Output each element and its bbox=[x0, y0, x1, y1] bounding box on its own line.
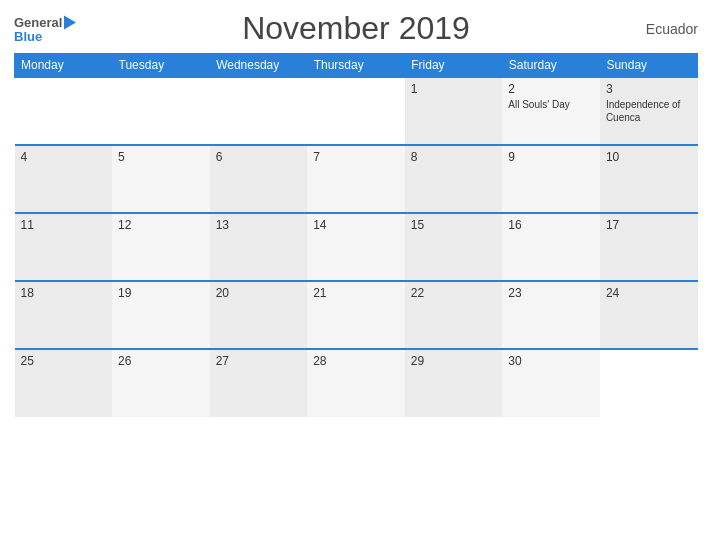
calendar-cell bbox=[600, 349, 698, 417]
calendar-cell: 26 bbox=[112, 349, 210, 417]
logo-general-text: General bbox=[14, 16, 62, 29]
calendar-cell: 28 bbox=[307, 349, 405, 417]
calendar-cell: 3Independence of Cuenca bbox=[600, 77, 698, 145]
logo-triangle-icon bbox=[64, 15, 76, 29]
calendar-cell: 21 bbox=[307, 281, 405, 349]
calendar-cell bbox=[112, 77, 210, 145]
calendar-cell: 22 bbox=[405, 281, 503, 349]
col-thursday: Thursday bbox=[307, 54, 405, 78]
calendar-cell: 13 bbox=[210, 213, 308, 281]
calendar-cell bbox=[307, 77, 405, 145]
day-number: 7 bbox=[313, 150, 399, 164]
calendar-week-row: 18192021222324 bbox=[15, 281, 698, 349]
event-label: Independence of Cuenca bbox=[606, 98, 692, 124]
calendar-cell: 19 bbox=[112, 281, 210, 349]
calendar-cell: 6 bbox=[210, 145, 308, 213]
day-number: 28 bbox=[313, 354, 399, 368]
day-number: 6 bbox=[216, 150, 302, 164]
col-sunday: Sunday bbox=[600, 54, 698, 78]
day-number: 15 bbox=[411, 218, 497, 232]
header: General Blue November 2019 Ecuador bbox=[14, 10, 698, 47]
day-number: 22 bbox=[411, 286, 497, 300]
calendar-cell: 11 bbox=[15, 213, 113, 281]
calendar-cell: 20 bbox=[210, 281, 308, 349]
calendar-cell: 2All Souls' Day bbox=[502, 77, 600, 145]
calendar-cell: 4 bbox=[15, 145, 113, 213]
calendar-cell: 24 bbox=[600, 281, 698, 349]
calendar-week-row: 12All Souls' Day3Independence of Cuenca bbox=[15, 77, 698, 145]
day-number: 4 bbox=[21, 150, 107, 164]
calendar-cell: 25 bbox=[15, 349, 113, 417]
calendar-cell: 29 bbox=[405, 349, 503, 417]
day-number: 11 bbox=[21, 218, 107, 232]
event-label: All Souls' Day bbox=[508, 98, 594, 111]
calendar-table: Monday Tuesday Wednesday Thursday Friday… bbox=[14, 53, 698, 417]
day-number: 24 bbox=[606, 286, 692, 300]
calendar-cell: 16 bbox=[502, 213, 600, 281]
calendar-cell: 8 bbox=[405, 145, 503, 213]
col-tuesday: Tuesday bbox=[112, 54, 210, 78]
col-saturday: Saturday bbox=[502, 54, 600, 78]
day-number: 12 bbox=[118, 218, 204, 232]
logo-blue-text: Blue bbox=[14, 29, 76, 42]
calendar-cell: 15 bbox=[405, 213, 503, 281]
calendar-cell: 14 bbox=[307, 213, 405, 281]
calendar-cell bbox=[210, 77, 308, 145]
calendar-cell: 7 bbox=[307, 145, 405, 213]
day-number: 20 bbox=[216, 286, 302, 300]
calendar-cell: 18 bbox=[15, 281, 113, 349]
calendar-week-row: 11121314151617 bbox=[15, 213, 698, 281]
calendar-week-row: 252627282930 bbox=[15, 349, 698, 417]
day-number: 27 bbox=[216, 354, 302, 368]
day-number: 9 bbox=[508, 150, 594, 164]
day-number: 16 bbox=[508, 218, 594, 232]
col-monday: Monday bbox=[15, 54, 113, 78]
calendar-cell: 12 bbox=[112, 213, 210, 281]
day-number: 23 bbox=[508, 286, 594, 300]
calendar-title: November 2019 bbox=[242, 10, 470, 47]
day-number: 13 bbox=[216, 218, 302, 232]
country-label: Ecuador bbox=[646, 21, 698, 37]
calendar-cell: 9 bbox=[502, 145, 600, 213]
calendar-cell: 30 bbox=[502, 349, 600, 417]
calendar-cell: 1 bbox=[405, 77, 503, 145]
day-number: 8 bbox=[411, 150, 497, 164]
calendar-week-row: 45678910 bbox=[15, 145, 698, 213]
weekday-header-row: Monday Tuesday Wednesday Thursday Friday… bbox=[15, 54, 698, 78]
day-number: 21 bbox=[313, 286, 399, 300]
day-number: 5 bbox=[118, 150, 204, 164]
col-wednesday: Wednesday bbox=[210, 54, 308, 78]
day-number: 19 bbox=[118, 286, 204, 300]
day-number: 25 bbox=[21, 354, 107, 368]
day-number: 30 bbox=[508, 354, 594, 368]
logo: General Blue bbox=[14, 15, 76, 42]
calendar-cell: 10 bbox=[600, 145, 698, 213]
day-number: 29 bbox=[411, 354, 497, 368]
col-friday: Friday bbox=[405, 54, 503, 78]
calendar-page: General Blue November 2019 Ecuador Monda… bbox=[0, 0, 712, 550]
calendar-cell: 17 bbox=[600, 213, 698, 281]
day-number: 14 bbox=[313, 218, 399, 232]
calendar-cell bbox=[15, 77, 113, 145]
day-number: 17 bbox=[606, 218, 692, 232]
calendar-cell: 5 bbox=[112, 145, 210, 213]
day-number: 3 bbox=[606, 82, 692, 96]
day-number: 1 bbox=[411, 82, 497, 96]
day-number: 10 bbox=[606, 150, 692, 164]
day-number: 26 bbox=[118, 354, 204, 368]
calendar-cell: 23 bbox=[502, 281, 600, 349]
day-number: 2 bbox=[508, 82, 594, 96]
day-number: 18 bbox=[21, 286, 107, 300]
calendar-cell: 27 bbox=[210, 349, 308, 417]
